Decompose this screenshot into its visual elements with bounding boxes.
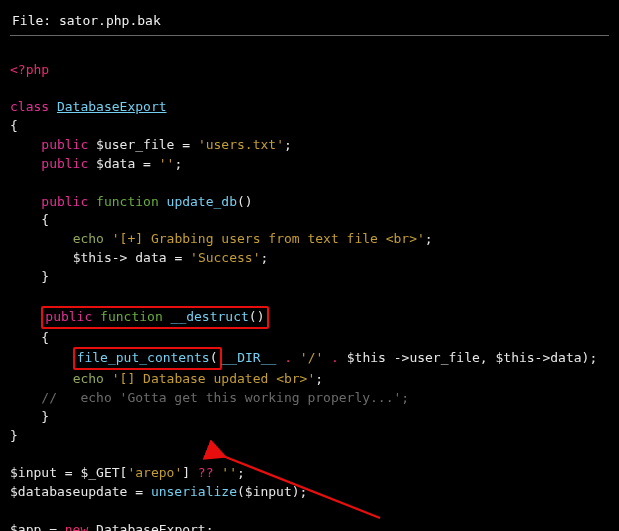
str-q-2: ' [276,137,284,152]
str-q-5: ' [112,231,120,246]
bracket-close: ] [182,465,190,480]
code-view: <?php class DatabaseExport { public $use… [10,42,609,531]
var-input: $input [10,465,57,480]
semi-9: ; [206,522,214,531]
str-q-1: ' [198,137,206,152]
fn-update-db: update_db [167,194,237,209]
fn-fpc: file_put_contents [77,350,210,365]
op-assign-3: = [167,250,190,265]
str-q-11: ' [112,371,120,386]
brace-open-3: { [41,330,49,345]
prop-data: data [135,250,166,265]
super-get: $_GET [80,465,119,480]
kw-public-4: public [45,309,92,324]
brace-close-3: } [41,409,49,424]
str-db-upd: [] Database updated <br> [120,371,308,386]
var-data: $data [96,156,135,171]
concat-2: . [323,350,346,365]
str-q-15: ' [221,465,229,480]
file-name: sator.php.bak [59,13,161,28]
paren-open-4: ( [237,484,245,499]
kw-public-2: public [41,156,88,171]
brace-open-1: { [10,118,18,133]
paren-close-4: ) [292,484,300,499]
fn-destruct: __destruct [171,309,249,324]
dir-const: __DIR__ [222,350,277,365]
expr-this-uf: $this ->user_file [347,350,480,365]
highlight-destruct: public function __destruct() [41,306,268,329]
brace-close-1: } [10,428,18,443]
expr-this-data: $this->data [495,350,581,365]
var-app: $app [10,522,41,531]
class-ref: DatabaseExport [96,522,206,531]
fn-unserialize: unserialize [151,484,237,499]
op-assign-1: = [174,137,197,152]
op-nullco: ?? [190,465,221,480]
str-q-9: ' [300,350,308,365]
str-grab: [+] Grabbing users from text file <br> [120,231,417,246]
php-open-tag: <?php [10,62,49,77]
brace-close-2: } [41,269,49,284]
kw-function-1: function [96,194,159,209]
op-eq-2: = [127,484,150,499]
op-eq-3: = [41,522,64,531]
semi-1: ; [284,137,292,152]
str-users: users.txt [206,137,276,152]
paren-1: () [237,194,253,209]
kw-echo-2: echo [73,371,104,386]
semi-6: ; [315,371,323,386]
class-name: DatabaseExport [57,99,167,114]
semi-2: ; [174,156,182,171]
kw-public-3: public [41,194,88,209]
file-label: File: [12,13,59,28]
str-q-6: ' [417,231,425,246]
str-success: Success [198,250,253,265]
kw-echo-1: echo [73,231,104,246]
kw-function-2: function [100,309,163,324]
comment-slashes: // [41,390,64,405]
kw-new: new [65,522,88,531]
str-q-16: ' [229,465,237,480]
var-user-file: $user_file [96,137,174,152]
semi-5: ; [589,350,597,365]
str-q-8: ' [253,250,261,265]
var-dbupdate: $databaseupdate [10,484,127,499]
semi-3: ; [425,231,433,246]
semi-4: ; [261,250,269,265]
str-q-3: ' [159,156,167,171]
paren-open-3: ( [210,350,218,365]
op-eq-1: = [57,465,80,480]
kw-class: class [10,99,49,114]
op-assign-2: = [135,156,158,171]
highlight-fpc: file_put_contents( [73,347,222,370]
paren-2: () [249,309,265,324]
semi-8: ; [300,484,308,499]
kw-public-1: public [41,137,88,152]
file-header: File: sator.php.bak [10,8,609,36]
comma-1: , [480,350,496,365]
semi-7: ; [237,465,245,480]
expr-this-1: $this-> [73,250,128,265]
concat-1: . [276,350,299,365]
key-arepo: arepo [135,465,174,480]
arg-input: $input [245,484,292,499]
comment-todo: echo 'Gotta get this working properly...… [65,390,409,405]
brace-open-2: { [41,212,49,227]
str-q-7: ' [190,250,198,265]
